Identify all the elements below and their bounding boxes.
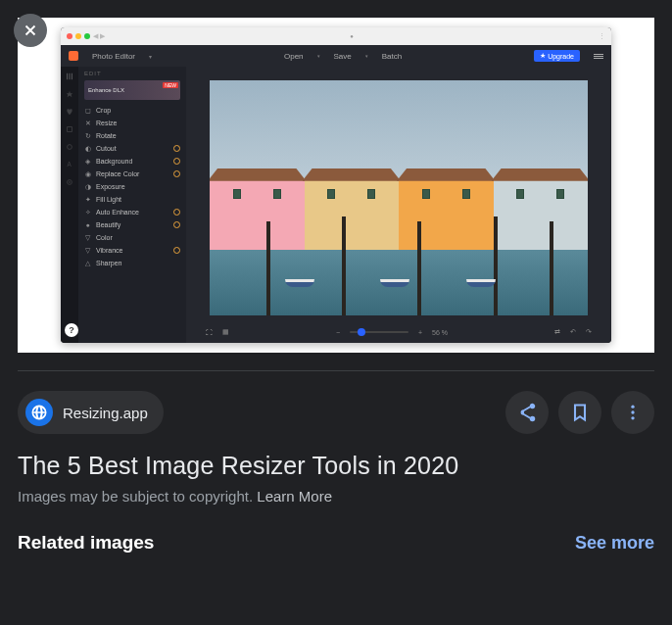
source-name: Resizing.app bbox=[63, 405, 148, 421]
bookmark-icon bbox=[570, 403, 590, 422]
tool-background[interactable]: ◈Background bbox=[84, 155, 180, 168]
tool-label: Color bbox=[96, 234, 113, 241]
meta-row: Resizing.app bbox=[0, 371, 672, 446]
tool-crop[interactable]: ◻Crop bbox=[84, 104, 180, 117]
hamburger-icon[interactable] bbox=[594, 54, 603, 59]
source-chip[interactable]: Resizing.app bbox=[18, 391, 164, 434]
zoom-value: 56 % bbox=[432, 329, 448, 336]
learn-more-link[interactable]: Learn More bbox=[257, 488, 332, 505]
expand-icon[interactable]: ⛶ bbox=[206, 329, 213, 336]
embedded-app-window: ◀ ▶ ● ⋮ Photo Editor▾ Open▾ Save▾ Batch … bbox=[61, 27, 611, 343]
tool-beautify[interactable]: ●Beautify bbox=[84, 218, 180, 231]
crop-icon: ◻ bbox=[84, 107, 91, 114]
more-button[interactable] bbox=[611, 391, 654, 434]
enhance-card[interactable]: Enhance DLX NEW bbox=[84, 80, 180, 100]
close-icon bbox=[22, 22, 39, 39]
resize-icon: ✕ bbox=[84, 120, 91, 126]
tool-label: Fill Light bbox=[96, 196, 121, 203]
browser-chrome: ◀ ▶ ● ⋮ bbox=[61, 27, 611, 45]
zoom-slider[interactable] bbox=[350, 331, 408, 333]
app-title: Photo Editor bbox=[92, 52, 135, 61]
tool-label: Background bbox=[96, 158, 132, 165]
tool-label: Replace Color bbox=[96, 170, 139, 177]
tool-label: Exposure bbox=[96, 183, 125, 190]
background-icon: ◈ bbox=[84, 158, 91, 165]
app-logo-icon bbox=[69, 51, 78, 61]
replace-color-icon: ◉ bbox=[84, 170, 91, 177]
close-button[interactable] bbox=[14, 14, 47, 47]
heart-icon[interactable] bbox=[66, 108, 73, 116]
tool-label: Cutout bbox=[96, 145, 117, 152]
beautify-icon: ● bbox=[84, 221, 91, 228]
help-button[interactable]: ? bbox=[65, 323, 78, 337]
tool-rotate[interactable]: ↻Rotate bbox=[84, 129, 180, 142]
target-icon[interactable] bbox=[66, 178, 73, 186]
menu-open[interactable]: Open bbox=[284, 52, 304, 61]
tool-color[interactable]: ▽Color bbox=[84, 231, 180, 244]
zoom-in-button[interactable]: + bbox=[418, 329, 422, 336]
traffic-lights bbox=[67, 33, 90, 39]
compare-icon[interactable]: ⇄ bbox=[554, 328, 560, 336]
image-preview: ◀ ▶ ● ⋮ Photo Editor▾ Open▾ Save▾ Batch … bbox=[18, 18, 654, 353]
tool-sharpen[interactable]: △Sharpen bbox=[84, 257, 180, 269]
address-bar: ● bbox=[108, 33, 596, 39]
copyright-text: Images may be subject to copyright. bbox=[18, 488, 257, 505]
menu-save[interactable]: Save bbox=[334, 52, 352, 61]
tool-fill-light[interactable]: ✦Fill Light bbox=[84, 193, 180, 206]
sliders-icon[interactable] bbox=[66, 72, 73, 80]
text-icon[interactable]: A bbox=[66, 161, 73, 168]
upgrade-button[interactable]: ★ Upgrade bbox=[534, 50, 580, 62]
enhance-card-label: Enhance DLX bbox=[88, 87, 124, 93]
grid-icon[interactable]: ▦ bbox=[222, 328, 229, 336]
bookmark-button[interactable] bbox=[558, 391, 601, 434]
tool-label: Crop bbox=[96, 107, 111, 114]
tool-label: Rotate bbox=[96, 132, 117, 139]
redo-icon[interactable]: ↷ bbox=[586, 328, 592, 336]
tool-label: Auto Enhance bbox=[96, 209, 139, 216]
canvas-image[interactable] bbox=[210, 80, 588, 315]
exposure-icon: ◑ bbox=[84, 183, 91, 190]
premium-icon bbox=[173, 221, 180, 228]
svg-point-6 bbox=[631, 410, 634, 413]
canvas-controls: ⛶ ▦ − + 56 % ⇄ ↶ ↷ bbox=[186, 321, 611, 343]
related-images-label: Related images bbox=[18, 532, 154, 553]
zoom-out-button[interactable]: − bbox=[336, 329, 340, 336]
tool-label: Resize bbox=[96, 120, 117, 126]
page-title: The 5 Best Image Resizer Tools in 2020 bbox=[0, 446, 672, 484]
svg-point-5 bbox=[631, 406, 634, 409]
tool-vibrance[interactable]: ▽Vibrance bbox=[84, 244, 180, 257]
tool-replace-color[interactable]: ◉Replace Color bbox=[84, 168, 180, 180]
auto-enhance-icon: ✧ bbox=[84, 209, 91, 216]
tool-resize[interactable]: ✕Resize bbox=[84, 117, 180, 129]
tool-icon[interactable] bbox=[66, 125, 73, 133]
svg-point-4 bbox=[69, 181, 71, 183]
tool-cutout[interactable]: ◐Cutout bbox=[84, 142, 180, 155]
tool-label: Beautify bbox=[96, 221, 120, 228]
tool-exposure[interactable]: ◑Exposure bbox=[84, 180, 180, 193]
undo-icon[interactable]: ↶ bbox=[570, 328, 576, 336]
svg-point-1 bbox=[68, 145, 72, 150]
icon-sidebar: A bbox=[61, 67, 78, 343]
section-label: EDIT bbox=[84, 71, 180, 76]
menu-batch[interactable]: Batch bbox=[382, 52, 402, 61]
vibrance-icon: ▽ bbox=[84, 247, 91, 254]
share-icon bbox=[516, 402, 538, 423]
color-icon: ▽ bbox=[84, 234, 91, 241]
premium-icon bbox=[173, 209, 180, 216]
svg-text:A: A bbox=[68, 161, 72, 168]
share-button[interactable] bbox=[505, 391, 549, 434]
premium-icon bbox=[173, 170, 180, 177]
see-more-link[interactable]: See more bbox=[575, 533, 654, 553]
rotate-icon: ↻ bbox=[84, 132, 91, 139]
upgrade-label: Upgrade bbox=[548, 53, 574, 60]
star-icon[interactable] bbox=[66, 90, 73, 98]
new-badge: NEW bbox=[163, 82, 178, 88]
circle-icon[interactable] bbox=[66, 143, 73, 151]
premium-icon bbox=[173, 158, 180, 165]
canvas-area: ⛶ ▦ − + 56 % ⇄ ↶ ↷ bbox=[186, 67, 611, 343]
tool-label: Vibrance bbox=[96, 247, 123, 254]
more-vertical-icon bbox=[623, 403, 643, 422]
tool-auto-enhance[interactable]: ✧Auto Enhance bbox=[84, 206, 180, 218]
app-header: Photo Editor▾ Open▾ Save▾ Batch ★ Upgrad… bbox=[61, 45, 611, 67]
svg-rect-0 bbox=[68, 127, 72, 132]
